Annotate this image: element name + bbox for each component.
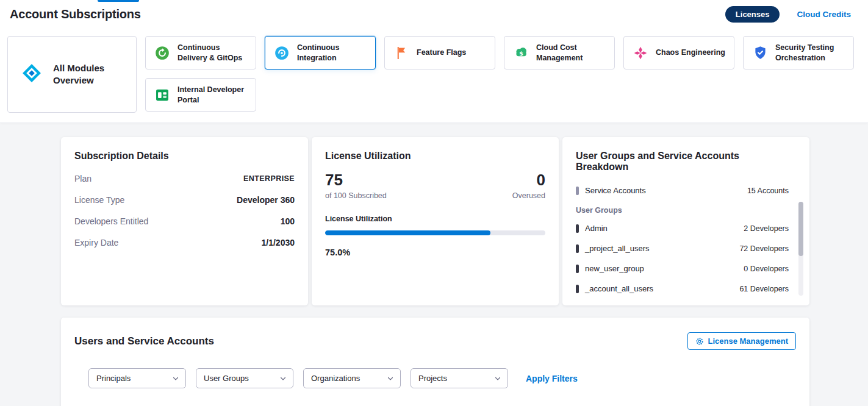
main-content: Subscription Details Plan ENTERPRISE Lic… xyxy=(0,123,868,406)
user-group-value: 61 Developers xyxy=(739,285,789,293)
detail-label: Expiry Date xyxy=(74,238,118,248)
module-card-continuous-delivery[interactable]: Continuous Delivery & GitOps xyxy=(145,36,256,69)
license-utilization-card: License Utilization 75 of 100 Subscribed… xyxy=(312,137,559,305)
service-accounts-value: 15 Accounts xyxy=(747,187,789,195)
bar-chip-icon xyxy=(576,265,579,273)
all-modules-overview-card[interactable]: All Modules Overview xyxy=(7,36,137,113)
utilization-bar-label: License Utilization xyxy=(325,215,545,223)
overused-caption: Overused xyxy=(512,191,545,200)
continuous-integration-icon xyxy=(273,44,291,62)
chevron-down-icon xyxy=(172,375,179,382)
detail-row: Developers Entitled 100 xyxy=(74,210,295,232)
utilization-stats: 75 of 100 Subscribed 0 Overused xyxy=(325,171,545,200)
detail-label: Developers Entitled xyxy=(74,216,148,226)
user-group-row: _project_all_users 72 Developers xyxy=(576,238,789,258)
subscribed-count: 75 xyxy=(325,171,387,189)
svg-text:$: $ xyxy=(519,50,523,57)
organizations-dropdown[interactable]: Organizations xyxy=(303,368,401,388)
dropdown-label: Projects xyxy=(418,374,447,383)
user-group-value: 2 Developers xyxy=(744,224,789,233)
utilization-progress-fill xyxy=(325,230,490,235)
active-tab-indicator xyxy=(98,0,139,2)
module-card-label: Internal Developer Portal xyxy=(178,85,248,105)
page-header: Account Subscriptions Licenses Cloud Cre… xyxy=(0,0,868,29)
subscription-details-title: Subscription Details xyxy=(74,151,295,162)
module-card-label: Cloud Cost Management xyxy=(536,43,607,63)
security-testing-orchestration-icon xyxy=(751,44,769,62)
dropdown-label: User Groups xyxy=(204,374,249,383)
module-card-continuous-integration[interactable]: Continuous Integration xyxy=(265,36,376,69)
scrollbar-thumb[interactable] xyxy=(798,202,803,256)
scrollbar-track xyxy=(798,202,803,296)
utilization-progress-track xyxy=(325,230,545,235)
projects-dropdown[interactable]: Projects xyxy=(411,368,508,388)
principals-dropdown[interactable]: Principals xyxy=(88,368,186,388)
users-and-service-accounts-card: Users and Service Accounts License Manag… xyxy=(61,318,809,406)
detail-row: Plan ENTERPRISE xyxy=(74,168,295,189)
user-groups-dropdown[interactable]: User Groups xyxy=(196,368,293,388)
user-group-row: Admin 2 Developers xyxy=(576,218,789,238)
service-accounts-row: Service Accounts 15 Accounts xyxy=(576,179,789,201)
detail-label: Plan xyxy=(74,174,91,183)
cloud-credits-link[interactable]: Cloud Credits xyxy=(797,10,851,19)
license-management-label: License Management xyxy=(708,337,789,346)
breakdown-card: User Groups and Service Accounts Breakdo… xyxy=(562,137,809,305)
gear-icon xyxy=(695,337,704,346)
detail-value: ENTERPRISE xyxy=(243,174,295,183)
user-group-name: new_user_group xyxy=(585,264,644,273)
detail-value: 100 xyxy=(281,216,295,226)
license-management-button[interactable]: License Management xyxy=(687,332,797,350)
module-card-label: Feature Flags xyxy=(417,48,466,57)
module-card-cloud-cost-management[interactable]: $ Cloud Cost Management xyxy=(504,36,615,69)
chevron-down-icon xyxy=(494,375,501,382)
user-group-value: 0 Developers xyxy=(744,265,789,273)
overused-stat: 0 Overused xyxy=(512,171,545,200)
dropdown-label: Principals xyxy=(96,374,131,383)
bar-chip-icon xyxy=(576,224,579,233)
internal-developer-portal-icon xyxy=(153,86,171,104)
chevron-down-icon xyxy=(387,375,394,382)
page-title: Account Subscriptions xyxy=(10,7,141,21)
user-group-name: _project_all_users xyxy=(585,244,650,253)
users-section-title: Users and Service Accounts xyxy=(74,335,214,347)
detail-label: License Type xyxy=(74,195,124,205)
subscription-details-card: Subscription Details Plan ENTERPRISE Lic… xyxy=(61,137,308,305)
user-group-row: new_user_group 0 Developers xyxy=(576,258,789,279)
licenses-button[interactable]: Licenses xyxy=(725,6,780,23)
modules-grid: Continuous Delivery & GitOps Continuous … xyxy=(145,36,861,112)
module-card-internal-developer-portal[interactable]: Internal Developer Portal xyxy=(145,78,256,112)
bar-chip-icon xyxy=(576,285,579,293)
header-actions: Licenses Cloud Credits xyxy=(725,6,858,23)
license-utilization-title: License Utilization xyxy=(325,151,545,162)
users-section-header: Users and Service Accounts License Manag… xyxy=(74,332,796,350)
service-accounts-label: Service Accounts xyxy=(585,186,646,195)
module-card-label: Continuous Integration xyxy=(297,43,368,63)
overused-count: 0 xyxy=(512,171,545,189)
module-card-security-testing-orchestration[interactable]: Security Testing Orchestration xyxy=(743,36,854,69)
filters-row: Principals User Groups Organizations Pro… xyxy=(88,368,796,388)
user-groups-header: User Groups xyxy=(576,201,789,218)
module-strip: All Modules Overview Continuous Delivery… xyxy=(0,29,868,123)
subscribed-stat: 75 of 100 Subscribed xyxy=(325,171,387,200)
apply-filters-link[interactable]: Apply Filters xyxy=(526,374,578,383)
dropdown-label: Organizations xyxy=(311,374,360,383)
detail-value: Developer 360 xyxy=(237,195,295,205)
breakdown-title: User Groups and Service Accounts Breakdo… xyxy=(576,151,789,173)
module-card-label: Security Testing Orchestration xyxy=(775,43,846,63)
detail-row: Expiry Date 1/1/2030 xyxy=(74,232,295,253)
harness-logo-icon xyxy=(18,59,46,90)
summary-cards-row: Subscription Details Plan ENTERPRISE Lic… xyxy=(61,137,809,305)
module-card-label: Continuous Delivery & GitOps xyxy=(178,43,248,63)
continuous-delivery-icon xyxy=(153,44,171,62)
detail-value: 1/1/2030 xyxy=(262,238,295,248)
bar-chip-icon xyxy=(576,187,579,195)
module-card-feature-flags[interactable]: Feature Flags xyxy=(384,36,495,69)
module-card-label: Chaos Engineering xyxy=(656,48,725,57)
user-group-name: _account_all_users xyxy=(585,284,653,293)
chaos-engineering-icon xyxy=(631,44,650,62)
subscribed-caption: of 100 Subscribed xyxy=(325,191,387,200)
feature-flags-icon xyxy=(392,44,411,62)
detail-row: License Type Developer 360 xyxy=(74,189,295,210)
module-card-chaos-engineering[interactable]: Chaos Engineering xyxy=(623,36,734,69)
user-group-name: Admin xyxy=(585,224,608,233)
